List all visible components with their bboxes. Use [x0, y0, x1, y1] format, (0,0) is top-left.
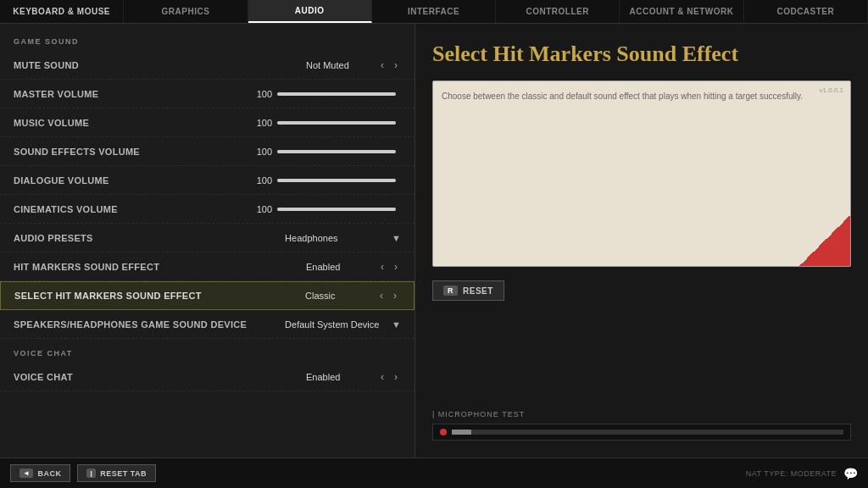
mic-test-section: | Microphone Test	[432, 396, 851, 441]
speakers-device-value: Default System Device	[285, 319, 387, 330]
reset-tab-key-badge: |	[86, 469, 96, 478]
hit-markers-sound-value: Enabled	[306, 262, 374, 272]
reset-key-badge: R	[443, 286, 458, 296]
voice-chat-value: Enabled	[306, 372, 374, 382]
tab-keyboard[interactable]: Keyboard & Mouse	[0, 0, 124, 23]
bottom-left-buttons: ◄ Back | Reset Tab	[10, 464, 156, 482]
right-panel: Select Hit Markers Sound Effect v1.0.0.1…	[415, 24, 868, 458]
setting-audio-presets: Audio Presets Headphones ▼	[0, 224, 415, 252]
hit-markers-sound-next[interactable]: ›	[391, 260, 401, 274]
back-label: Back	[37, 469, 61, 478]
select-hit-markers-label: Select Hit Markers Sound Effect	[14, 291, 305, 301]
sfx-volume-fill	[277, 150, 396, 153]
bottom-bar: ◄ Back | Reset Tab NAT Type: Moderate 💬	[0, 458, 868, 488]
master-volume-label: Master Volume	[14, 89, 248, 99]
tab-graphics[interactable]: Graphics	[124, 0, 248, 23]
audio-presets-arrow-icon: ▼	[392, 233, 401, 243]
voice-chat-prev[interactable]: ‹	[377, 370, 387, 384]
setting-speakers-device: Speakers/Headphones Game Sound Device De…	[0, 310, 415, 339]
mute-sound-prev[interactable]: ‹	[377, 58, 387, 72]
music-volume-fill	[277, 121, 396, 125]
dialogue-volume-fill	[277, 179, 396, 182]
tab-account[interactable]: Account & Network	[620, 0, 743, 23]
main-layout: Game Sound Mute Sound Not Muted ‹ › Mast…	[0, 24, 868, 458]
select-hit-markers-control: Classic ‹ ›	[305, 289, 400, 302]
back-button[interactable]: ◄ Back	[10, 464, 70, 482]
setting-hit-markers-sound: Hit Markers Sound Effect Enabled ‹ ›	[0, 252, 415, 281]
reset-tab-button[interactable]: | Reset Tab	[77, 464, 156, 482]
audio-presets-label: Audio Presets	[14, 233, 285, 243]
mic-dot-icon	[440, 429, 447, 435]
chat-icon[interactable]: 💬	[843, 467, 858, 480]
dialogue-volume-track[interactable]	[277, 179, 396, 182]
music-volume-value: 100	[248, 118, 272, 128]
voice-chat-next[interactable]: ›	[391, 370, 401, 384]
mute-sound-label: Mute Sound	[14, 60, 306, 70]
sfx-volume-track[interactable]	[277, 150, 396, 153]
music-volume-control[interactable]: 100	[248, 118, 401, 128]
cinematics-volume-fill	[277, 208, 396, 211]
tab-audio[interactable]: Audio	[248, 0, 372, 23]
dialogue-volume-control[interactable]: 100	[248, 175, 401, 186]
reset-button[interactable]: R Reset	[432, 280, 504, 301]
section-game-sound: Game Sound	[0, 34, 415, 51]
select-hit-markers-prev[interactable]: ‹	[376, 289, 387, 302]
master-volume-fill	[277, 92, 396, 96]
master-volume-track[interactable]	[277, 92, 396, 96]
left-panel: Game Sound Mute Sound Not Muted ‹ › Mast…	[0, 24, 415, 458]
cinematics-volume-label: Cinematics Volume	[14, 204, 248, 214]
reset-tab-label: Reset Tab	[100, 469, 147, 478]
sfx-volume-label: Sound Effects Volume	[14, 147, 248, 157]
hit-markers-sound-label: Hit Markers Sound Effect	[14, 262, 306, 272]
speakers-device-arrow-icon: ▼	[392, 319, 401, 330]
voice-chat-control: Enabled ‹ ›	[306, 370, 401, 384]
cinematics-volume-control[interactable]: 100	[248, 204, 401, 214]
hit-markers-sound-prev[interactable]: ‹	[377, 260, 387, 274]
reset-label: Reset	[463, 286, 493, 296]
detail-title: Select Hit Markers Sound Effect	[432, 41, 851, 67]
dialogue-volume-value: 100	[248, 175, 272, 186]
tab-controller[interactable]: Controller	[496, 0, 620, 23]
mic-bar-container	[432, 424, 851, 441]
audio-presets-value: Headphones	[285, 233, 387, 243]
cinematics-volume-track[interactable]	[277, 208, 396, 211]
mic-bar-track	[452, 430, 843, 435]
bottom-right: NAT Type: Moderate 💬	[746, 467, 858, 480]
master-volume-control[interactable]: 100	[248, 89, 401, 99]
dialogue-volume-label: Dialogue Volume	[14, 175, 248, 186]
mute-sound-control: Not Muted ‹ ›	[306, 58, 401, 72]
mute-sound-next[interactable]: ›	[391, 58, 401, 72]
setting-mute-sound: Mute Sound Not Muted ‹ ›	[0, 51, 415, 80]
tab-interface[interactable]: Interface	[372, 0, 496, 23]
music-volume-track[interactable]	[277, 121, 396, 125]
music-volume-label: Music Volume	[14, 118, 248, 128]
top-navigation: Keyboard & Mouse Graphics Audio Interfac…	[0, 0, 868, 24]
speakers-device-label: Speakers/Headphones Game Sound Device	[14, 319, 285, 330]
back-key-badge: ◄	[19, 469, 33, 478]
nat-type-label: NAT Type: Moderate	[746, 469, 837, 478]
section-voice-chat: Voice Chat	[0, 346, 415, 363]
master-volume-value: 100	[248, 89, 272, 99]
mic-test-label: | Microphone Test	[432, 410, 851, 419]
setting-voice-chat: Voice Chat Enabled ‹ ›	[0, 363, 415, 391]
sfx-volume-control[interactable]: 100	[248, 147, 401, 157]
setting-sfx-volume: Sound Effects Volume 100	[0, 137, 415, 166]
cinematics-volume-value: 100	[248, 204, 272, 214]
hit-markers-sound-control: Enabled ‹ ›	[306, 260, 401, 274]
select-hit-markers-next[interactable]: ›	[390, 289, 400, 302]
setting-cinematics-volume: Cinematics Volume 100	[0, 195, 415, 224]
setting-master-volume: Master Volume 100	[0, 80, 415, 108]
mute-sound-value: Not Muted	[306, 60, 374, 70]
voice-chat-label: Voice Chat	[14, 372, 306, 382]
detail-corner-label: v1.0.0.1	[820, 86, 843, 94]
setting-music-volume: Music Volume 100	[0, 108, 415, 137]
audio-presets-control[interactable]: Headphones ▼	[285, 233, 401, 243]
detail-description: Choose between the classic and default s…	[433, 81, 850, 111]
speakers-device-control[interactable]: Default System Device ▼	[285, 319, 401, 330]
sfx-volume-value: 100	[248, 147, 272, 157]
mic-bar-fill	[452, 430, 471, 435]
setting-dialogue-volume: Dialogue Volume 100	[0, 166, 415, 195]
detail-image: v1.0.0.1 Choose between the classic and …	[432, 80, 851, 267]
select-hit-markers-value: Classic	[305, 291, 373, 301]
tab-codcaster[interactable]: CodCaster	[744, 0, 868, 23]
